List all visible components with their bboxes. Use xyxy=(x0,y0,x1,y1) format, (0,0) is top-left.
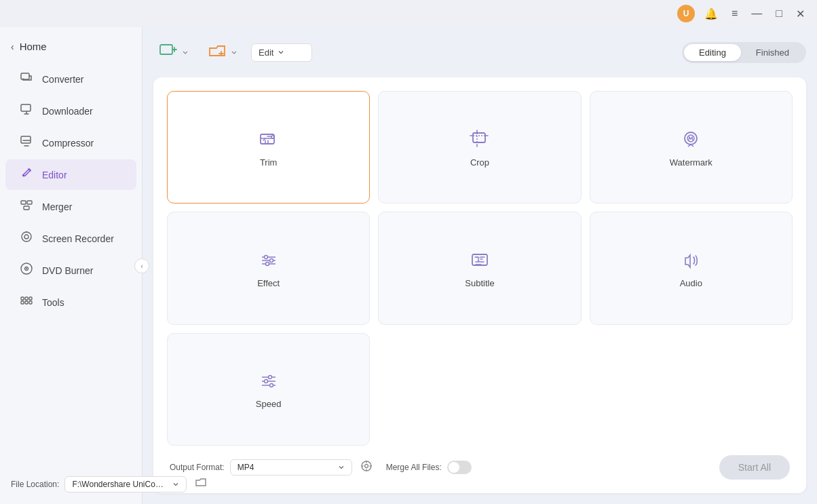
output-format-label: Output Format: xyxy=(170,463,225,472)
output-format-select[interactable]: MP4 xyxy=(230,459,352,476)
file-location-folder-button[interactable] xyxy=(192,476,210,493)
notification-button[interactable]: 🔔 xyxy=(700,5,722,23)
tool-card-crop[interactable]: Crop xyxy=(378,91,581,203)
back-arrow-icon: ‹ xyxy=(11,41,14,52)
svg-point-8 xyxy=(26,231,27,233)
avatar: U xyxy=(677,5,695,22)
tool-card-speed[interactable]: Speed xyxy=(167,333,370,446)
subtitle-icon: T xyxy=(468,248,492,273)
sidebar-collapse-toggle[interactable]: ‹ xyxy=(134,258,149,273)
toggle-tabs: Editing Finished xyxy=(682,42,806,63)
sidebar-item-downloader[interactable]: Downloader xyxy=(5,96,136,126)
output-format-field: Output Format: MP4 xyxy=(170,459,375,476)
subtitle-label: Subtitle xyxy=(465,278,494,288)
tool-card-watermark[interactable]: Watermark xyxy=(590,91,793,203)
output-format-settings-button[interactable] xyxy=(358,459,375,476)
close-button[interactable]: ✕ xyxy=(792,5,809,23)
file-location-field: File Location: F:\Wondershare UniConvert… xyxy=(11,476,210,493)
svg-rect-2 xyxy=(21,136,31,143)
svg-rect-16 xyxy=(25,301,28,304)
file-location-select[interactable]: F:\Wondershare UniConverter 1 xyxy=(64,476,187,492)
start-all-button[interactable]: Start All xyxy=(719,455,790,480)
svg-rect-14 xyxy=(29,297,32,300)
output-format-value: MP4 xyxy=(238,463,254,472)
svg-rect-12 xyxy=(21,297,24,300)
svg-point-6 xyxy=(22,232,31,241)
svg-point-29 xyxy=(265,262,269,265)
svg-rect-18 xyxy=(160,45,172,54)
svg-point-28 xyxy=(269,258,273,262)
watermark-icon xyxy=(679,128,703,152)
sidebar-item-merger[interactable]: Merger xyxy=(5,191,136,222)
merger-icon xyxy=(19,198,34,215)
watermark-label: Watermark xyxy=(670,157,712,168)
effect-icon xyxy=(256,248,281,273)
sidebar: ‹ Home Converter Downloader xyxy=(0,27,142,504)
svg-point-37 xyxy=(269,384,273,387)
sidebar-item-compressor[interactable]: Compressor xyxy=(5,128,136,158)
merge-all-toggle[interactable] xyxy=(447,461,472,474)
dvd-burner-icon xyxy=(19,262,34,279)
svg-point-7 xyxy=(24,235,28,239)
svg-rect-17 xyxy=(29,301,32,304)
minimize-button[interactable]: — xyxy=(747,5,766,22)
svg-rect-4 xyxy=(27,201,32,204)
sidebar-home[interactable]: ‹ Home xyxy=(0,34,142,63)
sidebar-item-dvd-burner[interactable]: DVD Burner xyxy=(5,255,136,286)
svg-point-36 xyxy=(264,380,267,383)
svg-rect-21 xyxy=(473,133,485,142)
crop-icon xyxy=(468,128,492,152)
sidebar-item-tools[interactable]: Tools xyxy=(5,287,136,317)
converter-icon xyxy=(19,71,34,88)
sidebar-item-converter[interactable]: Converter xyxy=(5,64,136,94)
svg-point-39 xyxy=(364,465,368,468)
screen-recorder-label: Screen Recorder xyxy=(42,233,114,244)
tab-finished[interactable]: Finished xyxy=(741,44,804,61)
add-file-button[interactable] xyxy=(153,38,194,66)
tool-card-empty-2 xyxy=(590,333,793,446)
maximize-button[interactable]: □ xyxy=(772,5,786,22)
trim-icon xyxy=(256,128,281,152)
app-body: ‹ Home Converter Downloader xyxy=(0,27,817,504)
merger-label: Merger xyxy=(42,201,72,212)
svg-rect-3 xyxy=(21,201,26,204)
toolbar: Edit Editing Finished xyxy=(153,38,806,66)
svg-point-20 xyxy=(271,136,274,138)
tool-card-trim[interactable]: Trim xyxy=(167,91,370,203)
tool-grid: Trim Crop xyxy=(167,91,793,446)
merge-all-label: Merge All Files: xyxy=(386,463,442,472)
home-label: Home xyxy=(20,41,47,52)
menu-button[interactable]: ≡ xyxy=(727,5,742,22)
svg-point-11 xyxy=(26,268,27,269)
effect-label: Effect xyxy=(257,278,280,288)
tool-card-subtitle[interactable]: T Subtitle xyxy=(378,212,581,324)
tools-icon xyxy=(19,294,34,311)
converter-label: Converter xyxy=(42,74,83,85)
tab-editing[interactable]: Editing xyxy=(684,44,741,61)
file-location-value: F:\Wondershare UniConverter 1 xyxy=(72,480,167,489)
downloader-label: Downloader xyxy=(42,106,93,117)
svg-rect-15 xyxy=(21,301,24,304)
tool-card-empty-1 xyxy=(378,333,581,446)
compressor-label: Compressor xyxy=(42,138,94,149)
svg-rect-13 xyxy=(25,297,28,300)
tool-card-effect[interactable]: Effect xyxy=(167,212,370,324)
editor-icon xyxy=(19,166,34,183)
add-folder-button[interactable] xyxy=(202,38,243,66)
svg-point-27 xyxy=(264,255,267,258)
main-area: Edit Editing Finished xyxy=(142,27,817,504)
audio-label: Audio xyxy=(680,278,702,288)
sidebar-item-editor[interactable]: Editor xyxy=(5,159,136,190)
svg-point-35 xyxy=(268,376,271,379)
tool-card-audio[interactable]: Audio xyxy=(590,212,793,324)
merge-all-field: Merge All Files: xyxy=(386,461,472,474)
screen-recorder-icon xyxy=(19,230,34,247)
edit-dropdown[interactable]: Edit xyxy=(251,43,312,62)
downloader-icon xyxy=(19,102,34,119)
bottom-bar: Output Format: MP4 Merge All Fi xyxy=(167,455,793,480)
sidebar-item-screen-recorder[interactable]: Screen Recorder xyxy=(5,223,136,254)
speed-label: Speed xyxy=(256,399,282,409)
speed-icon xyxy=(256,369,281,393)
editor-label: Editor xyxy=(42,170,67,180)
svg-rect-1 xyxy=(21,104,31,111)
